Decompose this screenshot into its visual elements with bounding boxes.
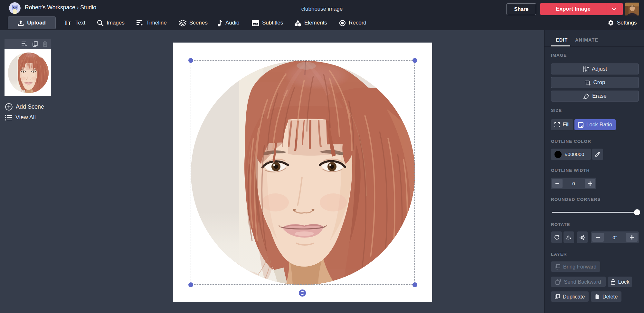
svg-text:T: T bbox=[68, 20, 71, 26]
svg-text:T: T bbox=[64, 20, 68, 26]
